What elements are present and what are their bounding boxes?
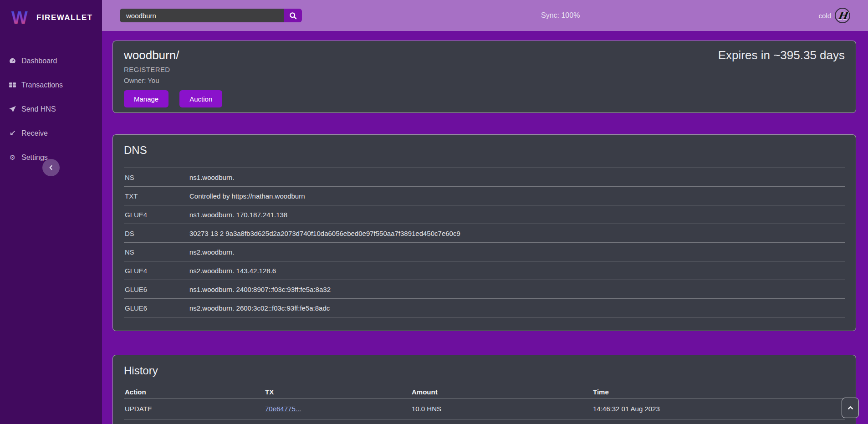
wallet-name: cold (818, 12, 831, 20)
dns-record-row: GLUE4 ns1.woodburn. 170.187.241.138 (124, 205, 845, 224)
sidebar-item-label: Transactions (21, 81, 63, 89)
sync-status: Sync: 100% (541, 0, 580, 31)
dns-record-row: NS ns2.woodburn. (124, 242, 845, 261)
expires-label: Expires in ~395.35 days (718, 48, 845, 62)
sidebar-item-label: Settings (21, 153, 48, 162)
manage-button[interactable]: Manage (124, 90, 168, 107)
handshake-logo-icon[interactable]: H (835, 8, 850, 23)
history-row: RENEW 47e2cd83... 10.0 HNS 15:47:36 07 F… (124, 419, 845, 424)
firewallet-w-logo-icon: W (9, 10, 31, 26)
domain-status: REGISTERED (124, 66, 845, 73)
search-button[interactable] (284, 9, 302, 22)
topbar: Sync: 100% cold H (102, 0, 868, 31)
table-icon (9, 81, 16, 89)
dns-table: NS ns1.woodburn. TXT Controlled by https… (124, 168, 845, 317)
sidebar-nav: Dashboard Transactions Send HNS (0, 49, 102, 169)
main-content: woodburn/ REGISTERED Owner: You Manage A… (102, 31, 868, 424)
wallet-zone: cold H (818, 0, 850, 31)
dns-record-type: GLUE4 (124, 267, 189, 275)
search-icon (289, 12, 297, 20)
sidebar-collapse-button[interactable] (42, 159, 60, 176)
dns-record-row: NS ns1.woodburn. (124, 168, 845, 186)
dns-record-value: ns1.woodburn. 2400:8907::f03c:93ff:fe5a:… (189, 286, 331, 293)
gear-icon: ⚙ (9, 153, 16, 161)
domain-owner: Owner: You (124, 77, 845, 84)
dns-record-value: ns2.woodburn. 2600:3c02::f03c:93ff:fe5a:… (189, 304, 330, 312)
dns-record-value: ns1.woodburn. (189, 174, 234, 181)
sidebar-item-transactions[interactable]: Transactions (0, 73, 102, 97)
sidebar-item-label: Dashboard (21, 57, 57, 65)
dns-record-row: DS 30273 13 2 9a3a8fb3d625d2a2073d740f10… (124, 224, 845, 242)
history-action: UPDATE (124, 405, 265, 413)
dns-record-type: NS (124, 174, 189, 181)
dns-record-value: ns2.woodburn. (189, 248, 234, 256)
send-icon (9, 105, 16, 113)
chevron-left-icon (48, 164, 54, 171)
sidebar-item-label: Receive (21, 129, 48, 138)
history-time: 14:46:32 01 Aug 2023 (593, 405, 845, 413)
domain-card: woodburn/ REGISTERED Owner: You Manage A… (112, 41, 856, 113)
dns-record-row: GLUE6 ns2.woodburn. 2600:3c02::f03c:93ff… (124, 298, 845, 317)
dns-card: DNS NS ns1.woodburn. TXT Controlled by h… (112, 134, 856, 331)
dns-record-type: DS (124, 230, 189, 237)
history-amount: 10.0 HNS (412, 405, 593, 413)
history-row: UPDATE 70e64775... 10.0 HNS 14:46:32 01 … (124, 398, 845, 419)
dns-record-type: GLUE4 (124, 211, 189, 219)
search-group (120, 9, 302, 22)
auction-button[interactable]: Auction (179, 90, 222, 107)
chevron-up-icon (847, 404, 854, 411)
dns-record-value: ns2.woodburn. 143.42.128.6 (189, 267, 276, 275)
sidebar-item-send-hns[interactable]: Send HNS (0, 97, 102, 121)
brand-name: FIREWALLET (36, 13, 93, 22)
history-table: Action TX Amount Time UPDATE 70e64775...… (124, 385, 845, 424)
dns-record-type: GLUE6 (124, 286, 189, 293)
brand[interactable]: W FIREWALLET (0, 0, 102, 29)
history-header-row: Action TX Amount Time (124, 385, 845, 398)
history-header-action: Action (124, 388, 265, 396)
dns-record-type: TXT (124, 192, 189, 200)
dns-record-type: GLUE6 (124, 304, 189, 312)
history-header-amount: Amount (412, 388, 593, 396)
gauge-icon (9, 57, 16, 65)
svg-text:W: W (11, 10, 28, 26)
dns-record-row: GLUE6 ns1.woodburn. 2400:8907::f03c:93ff… (124, 280, 845, 298)
dns-record-row: GLUE4 ns2.woodburn. 143.42.128.6 (124, 261, 845, 280)
search-input[interactable] (120, 9, 284, 22)
sidebar-item-label: Send HNS (21, 105, 56, 113)
dns-record-value: 30273 13 2 9a3a8fb3d625d2a2073d740f10da6… (189, 230, 460, 237)
scroll-to-top-button[interactable] (842, 398, 859, 418)
dns-title: DNS (124, 144, 845, 157)
sidebar: W FIREWALLET Dashboard Transactions (0, 0, 102, 424)
history-title: History (124, 364, 845, 377)
dns-record-value: ns1.woodburn. 170.187.241.138 (189, 211, 287, 219)
receive-icon (9, 129, 16, 137)
history-header-tx: TX (265, 388, 412, 396)
dns-record-type: NS (124, 248, 189, 256)
dns-record-value: Controlled by https://nathan.woodburn (189, 192, 305, 200)
history-card: History Action TX Amount Time UPDATE 70e… (112, 355, 856, 424)
tx-link[interactable]: 70e64775... (265, 405, 301, 413)
sidebar-item-dashboard[interactable]: Dashboard (0, 49, 102, 73)
history-header-time: Time (593, 388, 845, 396)
sidebar-item-receive[interactable]: Receive (0, 121, 102, 145)
dns-record-row: TXT Controlled by https://nathan.woodbur… (124, 186, 845, 205)
